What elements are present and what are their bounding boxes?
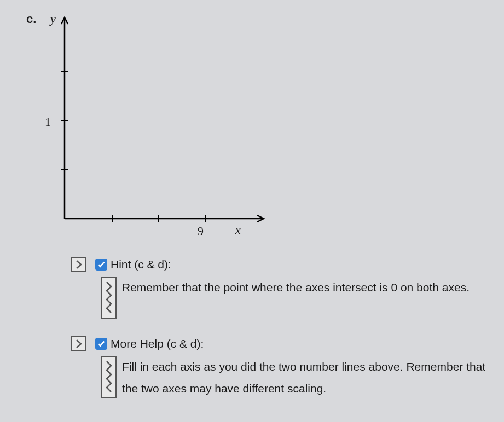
- question-label: c.: [26, 12, 36, 26]
- collapse-more-help-button[interactable]: [101, 356, 117, 398]
- hint-text: Remember that the point where the axes i…: [122, 277, 470, 319]
- y-tick-label: 1: [45, 115, 51, 129]
- zigzag-icon: [105, 281, 113, 315]
- chevron-right-icon: [75, 260, 83, 269]
- more-help-title: More Help (c & d):: [111, 337, 204, 350]
- expand-hint-button[interactable]: [71, 257, 86, 272]
- collapse-hint-button[interactable]: [101, 277, 117, 319]
- more-help-section: More Help (c & d): Fill in each axis as …: [71, 336, 487, 400]
- x-axis-label: x: [235, 223, 241, 237]
- hint-title: Hint (c & d):: [111, 258, 171, 271]
- hint-section: Hint (c & d): Remember that the point wh…: [71, 257, 487, 319]
- y-axis-label: y: [50, 12, 56, 26]
- check-icon: [97, 261, 105, 268]
- x-tick-label: 9: [198, 224, 204, 238]
- more-help-checkbox[interactable]: [95, 338, 107, 350]
- hint-checkbox[interactable]: [95, 259, 107, 271]
- chevron-right-icon: [75, 339, 83, 349]
- zigzag-icon: [105, 360, 113, 394]
- coordinate-axes-chart: [60, 16, 268, 224]
- expand-more-help-button[interactable]: [71, 336, 86, 351]
- more-help-text: Fill in each axis as you did the two num…: [122, 356, 487, 400]
- check-icon: [97, 340, 105, 348]
